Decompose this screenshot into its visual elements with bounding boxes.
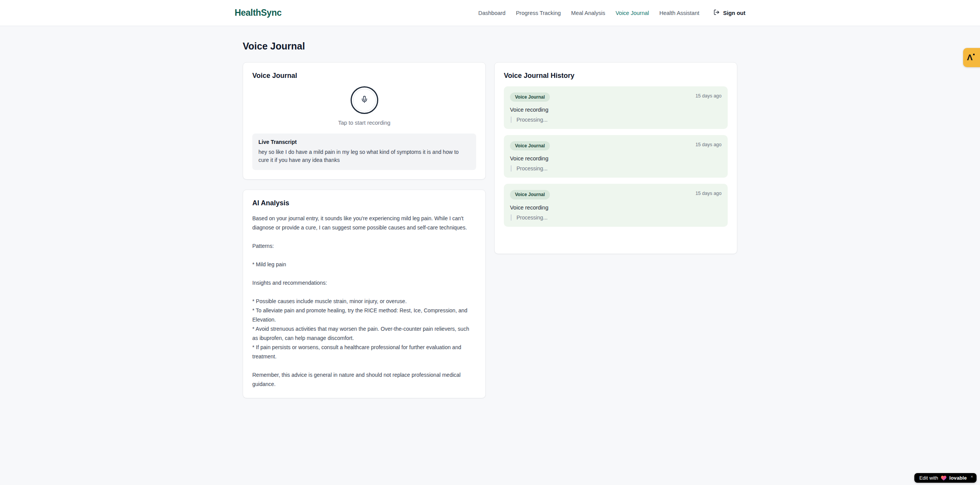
sign-out-label: Sign out — [723, 10, 745, 16]
voice-journal-card: Voice Journal Tap to start recording — [243, 62, 486, 180]
live-transcript-label: Live Transcript — [258, 139, 470, 145]
entry-type-badge: Voice Journal — [510, 141, 550, 150]
entry-title: Voice recording — [510, 107, 722, 113]
nav-item-health-assistant[interactable]: Health Assistant — [659, 10, 699, 16]
history-entry[interactable]: Voice Journal 15 days ago Voice recordin… — [504, 184, 728, 226]
heart-icon — [941, 475, 947, 481]
side-app-badge[interactable]: Λ — [963, 48, 980, 67]
edit-with-label: Edit with — [919, 475, 938, 481]
edit-with-lovable-badge[interactable]: Edit with lovable × — [914, 473, 977, 483]
ai-analysis-title: AI Analysis — [252, 199, 476, 208]
ai-analysis-body: Based on your journal entry, it sounds l… — [252, 214, 476, 389]
nav-item-voice-journal[interactable]: Voice Journal — [616, 10, 649, 16]
entry-status: Processing... — [511, 165, 722, 172]
ai-analysis-card: AI Analysis Based on your journal entry,… — [243, 190, 486, 398]
history-entry[interactable]: Voice Journal 15 days ago Voice recordin… — [504, 135, 728, 178]
logout-icon — [713, 9, 720, 16]
recorder-card-title: Voice Journal — [252, 72, 476, 80]
tap-to-record-hint: Tap to start recording — [252, 120, 476, 126]
record-button[interactable] — [351, 86, 378, 114]
entry-title: Voice recording — [510, 205, 722, 211]
brand-logo[interactable]: HealthSync — [235, 8, 281, 18]
app-header: HealthSync DashboardProgress TrackingMea… — [0, 0, 980, 26]
nav-item-dashboard[interactable]: Dashboard — [478, 10, 506, 16]
history-entry[interactable]: Voice Journal 15 days ago Voice recordin… — [504, 86, 728, 129]
side-app-badge-icon: Λ — [967, 53, 973, 63]
entry-type-badge: Voice Journal — [510, 190, 550, 199]
live-transcript-text: hey so like I do have a mild pain in my … — [258, 148, 470, 165]
history-card-title: Voice Journal History — [504, 72, 728, 80]
sign-out-button[interactable]: Sign out — [713, 9, 745, 16]
page-title: Voice Journal — [243, 41, 737, 52]
entry-status: Processing... — [511, 214, 722, 221]
right-column: Voice Journal History Voice Journal 15 d… — [494, 62, 737, 254]
mic-icon — [361, 96, 368, 104]
nav-item-meal-analysis[interactable]: Meal Analysis — [571, 10, 605, 16]
live-transcript-box: Live Transcript hey so like I do have a … — [252, 134, 476, 170]
main-nav: DashboardProgress TrackingMeal AnalysisV… — [478, 9, 746, 16]
voice-journal-history-card: Voice Journal History Voice Journal 15 d… — [494, 62, 737, 254]
nav-item-progress-tracking[interactable]: Progress Tracking — [516, 10, 561, 16]
entry-timestamp: 15 days ago — [695, 92, 722, 99]
entry-timestamp: 15 days ago — [695, 190, 722, 196]
left-column: Voice Journal Tap to start recording — [243, 62, 486, 398]
history-entry-list: Voice Journal 15 days ago Voice recordin… — [504, 86, 728, 227]
entry-timestamp: 15 days ago — [695, 141, 722, 147]
entry-status: Processing... — [511, 117, 722, 123]
entry-type-badge: Voice Journal — [510, 92, 550, 102]
lovable-brand-label: lovable — [949, 475, 967, 481]
entry-title: Voice recording — [510, 155, 722, 162]
close-icon[interactable]: × — [971, 475, 973, 479]
main-content: Voice Journal Voice Journal — [243, 26, 737, 398]
